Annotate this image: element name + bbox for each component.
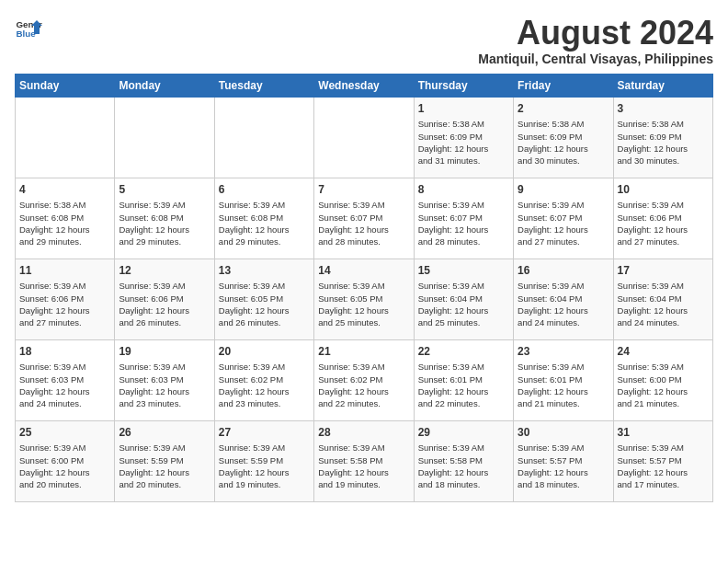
logo: General Blue xyxy=(15,15,42,42)
calendar-cell xyxy=(314,97,414,178)
day-number: 4 xyxy=(19,182,110,198)
day-info: Sunrise: 5:39 AM Sunset: 6:01 PM Dayligh… xyxy=(518,361,609,409)
calendar-cell xyxy=(214,97,313,178)
day-number: 3 xyxy=(618,101,709,117)
calendar-cell: 14Sunrise: 5:39 AM Sunset: 6:05 PM Dayli… xyxy=(314,259,414,339)
day-info: Sunrise: 5:38 AM Sunset: 6:08 PM Dayligh… xyxy=(19,199,110,247)
calendar-subtitle: Mantiquil, Central Visayas, Philippines xyxy=(478,52,713,66)
day-number: 9 xyxy=(518,182,609,198)
day-info: Sunrise: 5:39 AM Sunset: 6:06 PM Dayligh… xyxy=(119,280,210,328)
day-number: 12 xyxy=(119,263,210,279)
day-number: 8 xyxy=(418,182,509,198)
page-header: General Blue August 2024 Mantiquil, Cent… xyxy=(15,15,713,66)
calendar-cell: 21Sunrise: 5:39 AM Sunset: 6:02 PM Dayli… xyxy=(314,339,414,420)
day-info: Sunrise: 5:39 AM Sunset: 6:05 PM Dayligh… xyxy=(219,280,310,328)
calendar-cell: 8Sunrise: 5:39 AM Sunset: 6:07 PM Daylig… xyxy=(414,178,513,259)
weekday-header-tuesday: Tuesday xyxy=(214,74,313,97)
day-number: 7 xyxy=(318,182,409,198)
day-number: 21 xyxy=(318,344,409,360)
weekday-header-monday: Monday xyxy=(115,74,214,97)
calendar-cell: 2Sunrise: 5:38 AM Sunset: 6:09 PM Daylig… xyxy=(514,97,613,178)
calendar-cell: 15Sunrise: 5:39 AM Sunset: 6:04 PM Dayli… xyxy=(414,259,513,339)
day-info: Sunrise: 5:39 AM Sunset: 6:07 PM Dayligh… xyxy=(518,199,609,247)
calendar-cell: 18Sunrise: 5:39 AM Sunset: 6:03 PM Dayli… xyxy=(16,339,115,420)
calendar-cell: 27Sunrise: 5:39 AM Sunset: 5:59 PM Dayli… xyxy=(214,420,313,501)
calendar-cell: 31Sunrise: 5:39 AM Sunset: 5:57 PM Dayli… xyxy=(613,420,712,501)
day-info: Sunrise: 5:39 AM Sunset: 6:03 PM Dayligh… xyxy=(119,361,210,409)
calendar-cell: 12Sunrise: 5:39 AM Sunset: 6:06 PM Dayli… xyxy=(115,259,214,339)
day-number: 22 xyxy=(418,344,509,360)
day-info: Sunrise: 5:39 AM Sunset: 6:02 PM Dayligh… xyxy=(318,361,409,409)
day-number: 11 xyxy=(19,263,110,279)
day-number: 15 xyxy=(418,263,509,279)
day-number: 25 xyxy=(19,425,110,441)
weekday-header-saturday: Saturday xyxy=(613,74,712,97)
day-info: Sunrise: 5:39 AM Sunset: 6:01 PM Dayligh… xyxy=(418,361,509,409)
day-info: Sunrise: 5:39 AM Sunset: 6:06 PM Dayligh… xyxy=(618,199,709,247)
calendar-cell: 5Sunrise: 5:39 AM Sunset: 6:08 PM Daylig… xyxy=(115,178,214,259)
day-info: Sunrise: 5:38 AM Sunset: 6:09 PM Dayligh… xyxy=(518,118,609,167)
day-info: Sunrise: 5:38 AM Sunset: 6:09 PM Dayligh… xyxy=(618,118,709,167)
day-info: Sunrise: 5:39 AM Sunset: 6:03 PM Dayligh… xyxy=(19,361,110,409)
calendar-cell xyxy=(16,97,115,178)
calendar-cell: 16Sunrise: 5:39 AM Sunset: 6:04 PM Dayli… xyxy=(514,259,613,339)
day-number: 1 xyxy=(418,101,509,117)
day-number: 20 xyxy=(219,344,310,360)
day-info: Sunrise: 5:39 AM Sunset: 6:04 PM Dayligh… xyxy=(518,280,609,328)
calendar-cell: 25Sunrise: 5:39 AM Sunset: 6:00 PM Dayli… xyxy=(16,420,115,501)
day-info: Sunrise: 5:39 AM Sunset: 6:00 PM Dayligh… xyxy=(618,361,709,409)
calendar-cell: 11Sunrise: 5:39 AM Sunset: 6:06 PM Dayli… xyxy=(16,259,115,339)
day-number: 17 xyxy=(618,263,709,279)
calendar-cell: 26Sunrise: 5:39 AM Sunset: 5:59 PM Dayli… xyxy=(115,420,214,501)
day-number: 18 xyxy=(19,344,110,360)
day-info: Sunrise: 5:39 AM Sunset: 5:57 PM Dayligh… xyxy=(518,442,609,490)
day-number: 16 xyxy=(518,263,609,279)
day-number: 29 xyxy=(418,425,509,441)
title-section: August 2024 Mantiquil, Central Visayas, … xyxy=(478,15,713,66)
day-number: 6 xyxy=(219,182,310,198)
day-info: Sunrise: 5:39 AM Sunset: 6:07 PM Dayligh… xyxy=(318,199,409,247)
day-number: 30 xyxy=(518,425,609,441)
calendar-cell: 13Sunrise: 5:39 AM Sunset: 6:05 PM Dayli… xyxy=(214,259,313,339)
calendar-cell: 1Sunrise: 5:38 AM Sunset: 6:09 PM Daylig… xyxy=(414,97,513,178)
calendar-cell: 6Sunrise: 5:39 AM Sunset: 6:08 PM Daylig… xyxy=(214,178,313,259)
calendar-table: SundayMondayTuesdayWednesdayThursdayFrid… xyxy=(15,74,713,502)
day-info: Sunrise: 5:39 AM Sunset: 5:58 PM Dayligh… xyxy=(418,442,509,490)
day-info: Sunrise: 5:38 AM Sunset: 6:09 PM Dayligh… xyxy=(418,118,509,167)
day-info: Sunrise: 5:39 AM Sunset: 5:59 PM Dayligh… xyxy=(119,442,210,490)
day-number: 14 xyxy=(318,263,409,279)
calendar-cell: 10Sunrise: 5:39 AM Sunset: 6:06 PM Dayli… xyxy=(613,178,712,259)
day-info: Sunrise: 5:39 AM Sunset: 6:08 PM Dayligh… xyxy=(119,199,210,247)
calendar-cell: 30Sunrise: 5:39 AM Sunset: 5:57 PM Dayli… xyxy=(514,420,613,501)
day-info: Sunrise: 5:39 AM Sunset: 6:04 PM Dayligh… xyxy=(418,280,509,328)
day-number: 19 xyxy=(119,344,210,360)
weekday-header-thursday: Thursday xyxy=(414,74,513,97)
calendar-cell: 19Sunrise: 5:39 AM Sunset: 6:03 PM Dayli… xyxy=(115,339,214,420)
calendar-cell: 4Sunrise: 5:38 AM Sunset: 6:08 PM Daylig… xyxy=(16,178,115,259)
calendar-cell xyxy=(115,97,214,178)
logo-icon: General Blue xyxy=(15,15,42,42)
day-number: 27 xyxy=(219,425,310,441)
day-info: Sunrise: 5:39 AM Sunset: 6:05 PM Dayligh… xyxy=(318,280,409,328)
day-number: 10 xyxy=(618,182,709,198)
day-number: 5 xyxy=(119,182,210,198)
calendar-cell: 20Sunrise: 5:39 AM Sunset: 6:02 PM Dayli… xyxy=(214,339,313,420)
day-number: 26 xyxy=(119,425,210,441)
calendar-cell: 3Sunrise: 5:38 AM Sunset: 6:09 PM Daylig… xyxy=(613,97,712,178)
weekday-header-wednesday: Wednesday xyxy=(314,74,414,97)
calendar-title: August 2024 xyxy=(478,15,713,52)
calendar-cell: 23Sunrise: 5:39 AM Sunset: 6:01 PM Dayli… xyxy=(514,339,613,420)
day-number: 23 xyxy=(518,344,609,360)
svg-text:Blue: Blue xyxy=(17,29,37,39)
calendar-cell: 29Sunrise: 5:39 AM Sunset: 5:58 PM Dayli… xyxy=(414,420,513,501)
day-info: Sunrise: 5:39 AM Sunset: 6:08 PM Dayligh… xyxy=(219,199,310,247)
calendar-cell: 17Sunrise: 5:39 AM Sunset: 6:04 PM Dayli… xyxy=(613,259,712,339)
calendar-cell: 22Sunrise: 5:39 AM Sunset: 6:01 PM Dayli… xyxy=(414,339,513,420)
day-number: 13 xyxy=(219,263,310,279)
weekday-header-sunday: Sunday xyxy=(16,74,115,97)
day-number: 28 xyxy=(318,425,409,441)
day-number: 31 xyxy=(618,425,709,441)
day-info: Sunrise: 5:39 AM Sunset: 6:04 PM Dayligh… xyxy=(618,280,709,328)
calendar-cell: 24Sunrise: 5:39 AM Sunset: 6:00 PM Dayli… xyxy=(613,339,712,420)
day-info: Sunrise: 5:39 AM Sunset: 6:07 PM Dayligh… xyxy=(418,199,509,247)
